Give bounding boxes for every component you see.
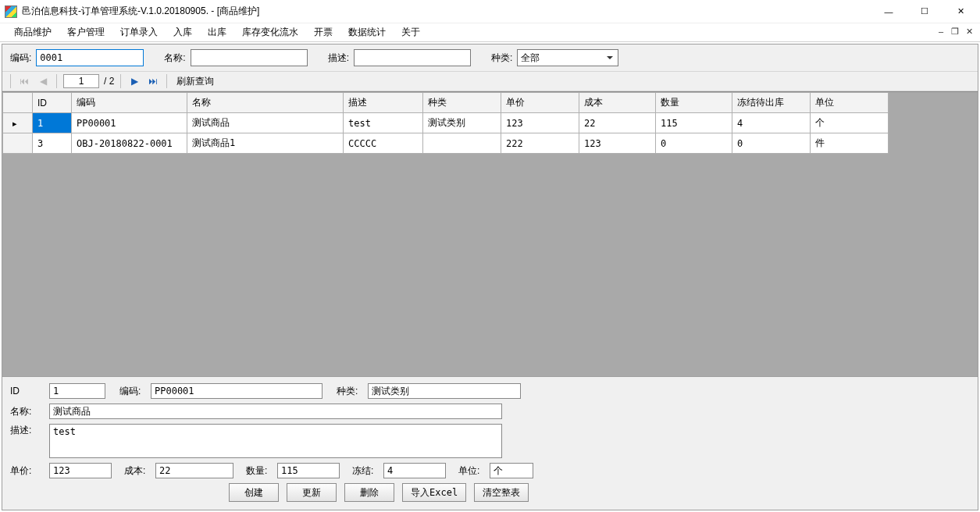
pager-first-icon[interactable]: ⏮ [17, 74, 31, 88]
menu-item-order-entry[interactable]: 订单录入 [112, 23, 166, 41]
cell-frozen[interactable]: 4 [732, 113, 811, 133]
pager-refresh-button[interactable]: 刷新查询 [176, 75, 214, 88]
col-qty[interactable]: 数量 [656, 93, 732, 113]
filter-desc-label: 描述: [328, 52, 349, 65]
cell-kind[interactable]: 测试类别 [423, 113, 501, 133]
detail-kind-label: 种类: [337, 385, 363, 398]
import-excel-button[interactable]: 导入Excel [402, 483, 466, 502]
row-header[interactable] [3, 133, 33, 154]
filter-row: 编码: 名称: 描述: 种类: 全部 [2, 44, 978, 71]
detail-cost-input[interactable] [155, 463, 233, 478]
detail-code-input[interactable] [151, 383, 323, 399]
detail-cost-label: 成本: [124, 464, 151, 478]
cell-desc[interactable]: test [344, 113, 423, 133]
col-kind[interactable]: 种类 [423, 93, 501, 113]
menu-item-product[interactable]: 商品维护 [6, 23, 59, 41]
detail-desc-textarea[interactable] [49, 424, 502, 458]
pager-next-icon[interactable]: ▶ [127, 74, 141, 88]
pager-total: / 2 [104, 76, 114, 87]
cell-cost[interactable]: 123 [579, 133, 656, 154]
detail-qty-input[interactable] [277, 463, 340, 478]
menubar: 商品维护 客户管理 订单录入 入库 出库 库存变化流水 开票 数据统计 关于 –… [0, 23, 980, 42]
col-cost[interactable]: 成本 [579, 93, 656, 113]
col-desc[interactable]: 描述 [344, 93, 423, 113]
filter-kind-value: 全部 [521, 52, 540, 65]
pager-prev-icon[interactable]: ◀ [36, 74, 50, 88]
filter-code-input[interactable] [36, 49, 144, 66]
row-header[interactable] [3, 113, 33, 133]
cell-kind[interactable] [423, 133, 501, 154]
detail-frozen-input[interactable] [383, 463, 446, 478]
filter-kind-combo[interactable]: 全部 [517, 49, 618, 66]
menu-item-inventory-log[interactable]: 库存变化流水 [234, 23, 306, 41]
window-title: 邑泊信息科技-订单管理系统-V.1.0.20180905. - [商品维护] [22, 5, 871, 18]
cell-unit[interactable]: 件 [811, 133, 889, 154]
delete-button[interactable]: 删除 [344, 483, 394, 502]
cell-id[interactable]: 1 [33, 113, 72, 133]
detail-price-label: 单价: [10, 464, 45, 478]
detail-price-input[interactable] [49, 463, 112, 478]
detail-kind-input[interactable] [368, 383, 521, 399]
cell-cost[interactable]: 22 [579, 113, 656, 133]
data-grid[interactable]: ID 编码 名称 描述 种类 单价 成本 数量 冻结待出库 单位 1PP0000… [2, 92, 889, 154]
cell-name[interactable]: 测试商品1 [187, 133, 344, 154]
menu-item-invoice[interactable]: 开票 [306, 23, 340, 41]
mdi-close-icon[interactable]: ✕ [963, 25, 975, 37]
detail-unit-input[interactable] [490, 463, 533, 478]
detail-qty-label: 数量: [246, 464, 273, 478]
maximize-button[interactable]: ☐ [907, 0, 943, 23]
detail-id-input[interactable] [49, 383, 105, 399]
table-row[interactable]: 3OBJ-20180822-0001测试商品1CCCCC22212300件 [3, 133, 889, 154]
filter-name-label: 名称: [164, 52, 185, 65]
app-icon [5, 5, 17, 18]
pager-current-input[interactable] [63, 74, 99, 88]
detail-desc-label: 描述: [10, 424, 45, 437]
detail-name-label: 名称: [10, 405, 45, 418]
titlebar: 邑泊信息科技-订单管理系统-V.1.0.20180905. - [商品维护] —… [0, 0, 980, 23]
col-code[interactable]: 编码 [72, 93, 187, 113]
cell-id[interactable]: 3 [33, 133, 72, 154]
menu-item-customer[interactable]: 客户管理 [59, 23, 112, 41]
detail-unit-label: 单位: [458, 464, 485, 478]
cell-unit[interactable]: 个 [811, 113, 889, 133]
menu-item-about[interactable]: 关于 [394, 23, 428, 41]
filter-code-label: 编码: [10, 52, 31, 65]
filter-name-input[interactable] [191, 49, 308, 66]
filter-desc-input[interactable] [354, 49, 471, 66]
detail-panel: ID 编码: 种类: 名称: 描述: 单价: 成本: 数量: 冻结: 单位: [2, 376, 978, 510]
col-name[interactable]: 名称 [187, 93, 344, 113]
cell-frozen[interactable]: 0 [732, 133, 811, 154]
minimize-button[interactable]: — [871, 0, 907, 23]
update-button[interactable]: 更新 [287, 483, 337, 502]
cell-code[interactable]: PP00001 [72, 113, 187, 133]
col-unit[interactable]: 单位 [811, 93, 889, 113]
pager-last-icon[interactable]: ⏭ [146, 74, 160, 88]
cell-code[interactable]: OBJ-20180822-0001 [72, 133, 187, 154]
mdi-minimize-icon[interactable]: – [935, 25, 947, 37]
menu-item-stats[interactable]: 数据统计 [340, 23, 394, 41]
cell-desc[interactable]: CCCCC [344, 133, 423, 154]
grid-corner [3, 93, 33, 113]
menu-item-stock-in[interactable]: 入库 [166, 23, 200, 41]
client-area: 编码: 名称: 描述: 种类: 全部 ⏮ ◀ / 2 ▶ ⏭ 刷新查询 [2, 44, 978, 510]
col-frozen[interactable]: 冻结待出库 [732, 93, 811, 113]
table-row[interactable]: 1PP00001测试商品test测试类别123221154个 [3, 113, 889, 133]
create-button[interactable]: 创建 [229, 483, 279, 502]
cell-price[interactable]: 222 [501, 133, 579, 154]
detail-id-label: ID [10, 386, 45, 396]
cell-qty[interactable]: 115 [656, 113, 732, 133]
cell-qty[interactable]: 0 [656, 133, 732, 154]
menu-item-stock-out[interactable]: 出库 [200, 23, 234, 41]
grid-header-row: ID 编码 名称 描述 种类 单价 成本 数量 冻结待出库 单位 [3, 93, 889, 113]
close-button[interactable]: ✕ [943, 0, 978, 23]
detail-name-input[interactable] [49, 404, 502, 419]
col-price[interactable]: 单价 [501, 93, 579, 113]
cell-price[interactable]: 123 [501, 113, 579, 133]
mdi-restore-icon[interactable]: ❐ [949, 25, 961, 37]
clear-table-button[interactable]: 清空整表 [474, 483, 529, 502]
cell-name[interactable]: 测试商品 [187, 113, 344, 133]
pager-row: ⏮ ◀ / 2 ▶ ⏭ 刷新查询 [2, 71, 978, 91]
grid-area: ID 编码 名称 描述 种类 单价 成本 数量 冻结待出库 单位 1PP0000… [2, 91, 978, 376]
detail-code-label: 编码: [119, 385, 146, 398]
col-id[interactable]: ID [33, 93, 72, 113]
